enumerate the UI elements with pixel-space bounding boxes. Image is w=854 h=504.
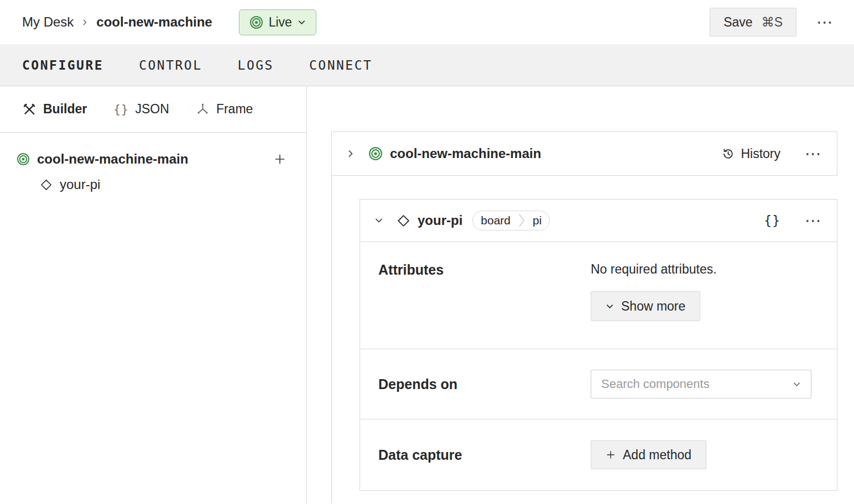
add-method-label: Add method — [623, 448, 691, 463]
config-sidebar: Builder {} JSON Frame — [0, 86, 307, 503]
breadcrumb-current: cool-new-machine — [96, 14, 212, 30]
view-mode-json[interactable]: {} JSON — [113, 102, 169, 117]
save-shortcut: ⌘S — [762, 15, 783, 30]
chevron-down-icon — [793, 380, 801, 389]
component-card-title: your-pi — [418, 213, 462, 228]
data-capture-section: Data capture Add method — [360, 419, 837, 490]
ellipsis-icon: ⋯ — [805, 212, 822, 229]
badge-type: board — [473, 211, 518, 230]
braces-icon: {} — [113, 103, 128, 116]
diamond-icon — [397, 214, 410, 228]
history-label: History — [741, 146, 780, 161]
builder-tools-icon — [22, 102, 37, 117]
tab-bar: CONFIGURE CONTROL LOGS CONNECT — [0, 44, 854, 86]
add-method-button[interactable]: Add method — [591, 440, 706, 469]
badge-model: pi — [525, 211, 549, 230]
breadcrumb-link-my-desk[interactable]: My Desk — [22, 14, 74, 30]
chevron-down-icon — [606, 302, 614, 311]
tree-component-name: your-pi — [60, 177, 100, 192]
component-collapse-button[interactable] — [374, 216, 383, 225]
view-mode-builder[interactable]: Builder — [22, 102, 87, 117]
part-card-title: cool-new-machine-main — [390, 146, 541, 161]
tab-logs[interactable]: LOGS — [238, 58, 274, 72]
part-card-more-button[interactable]: ⋯ — [805, 145, 822, 162]
attributes-label: Attributes — [378, 262, 591, 349]
breadcrumb-chevron-icon — [81, 19, 88, 26]
tab-configure[interactable]: CONFIGURE — [22, 58, 103, 72]
top-header: My Desk cool-new-machine Live Save ⌘S ⋯ — [0, 0, 854, 44]
component-card: your-pi board pi {} ⋯ Attributes — [360, 199, 837, 491]
sidebar-view-toolbar: Builder {} JSON Frame — [0, 86, 306, 133]
tab-connect[interactable]: CONNECT — [309, 58, 372, 72]
depends-on-select[interactable]: Search components — [591, 370, 811, 398]
viam-part-icon — [368, 146, 383, 161]
ellipsis-icon: ⋯ — [805, 145, 822, 162]
depends-on-section: Depends on Search components — [360, 349, 837, 419]
tree-component-row[interactable]: your-pi — [17, 177, 287, 192]
component-more-button[interactable]: ⋯ — [805, 212, 822, 229]
frame-axes-icon — [196, 102, 210, 116]
attributes-empty-text: No required attributes. — [591, 262, 810, 277]
frame-label: Frame — [216, 102, 253, 117]
badge-chevron-icon — [518, 213, 525, 228]
view-mode-frame[interactable]: Frame — [196, 102, 253, 117]
machine-tree: cool-new-machine-main your-pi — [0, 133, 306, 192]
component-card-header: your-pi board pi {} ⋯ — [360, 200, 837, 242]
show-more-button[interactable]: Show more — [591, 291, 700, 321]
breadcrumb: My Desk cool-new-machine — [22, 14, 212, 30]
save-button[interactable]: Save ⌘S — [710, 8, 796, 36]
component-json-button[interactable]: {} — [764, 213, 780, 228]
json-label: JSON — [136, 102, 169, 117]
tree-part-name: cool-new-machine-main — [37, 151, 188, 167]
live-status-label: Live — [269, 15, 292, 30]
machine-status-button[interactable]: Live — [239, 9, 316, 35]
diamond-icon — [40, 179, 53, 191]
component-type-badge: board pi — [472, 211, 550, 230]
show-more-label: Show more — [621, 299, 685, 314]
history-button[interactable]: History — [722, 146, 780, 161]
tab-control[interactable]: CONTROL — [139, 58, 202, 72]
data-capture-label: Data capture — [378, 447, 591, 463]
add-component-button[interactable] — [273, 153, 287, 166]
chevron-down-icon — [298, 18, 306, 27]
part-card: cool-new-machine-main History ⋯ — [331, 132, 837, 176]
tree-connector-line — [331, 176, 332, 503]
tree-part-row[interactable]: cool-new-machine-main — [17, 151, 287, 167]
plus-icon — [606, 450, 616, 460]
builder-label: Builder — [43, 102, 87, 117]
viam-live-icon — [249, 15, 263, 29]
header-more-button[interactable]: ⋯ — [816, 14, 834, 30]
part-card-collapse-button[interactable] — [346, 149, 355, 158]
save-label: Save — [723, 15, 752, 30]
config-main-panel: cool-new-machine-main History ⋯ — [307, 86, 854, 503]
viam-part-icon — [17, 153, 30, 166]
depends-on-placeholder: Search components — [601, 377, 793, 391]
ellipsis-icon: ⋯ — [816, 14, 834, 30]
attributes-section: Attributes No required attributes. Show … — [360, 242, 837, 349]
depends-on-label: Depends on — [378, 376, 591, 392]
history-icon — [722, 148, 735, 160]
braces-icon: {} — [764, 213, 780, 228]
